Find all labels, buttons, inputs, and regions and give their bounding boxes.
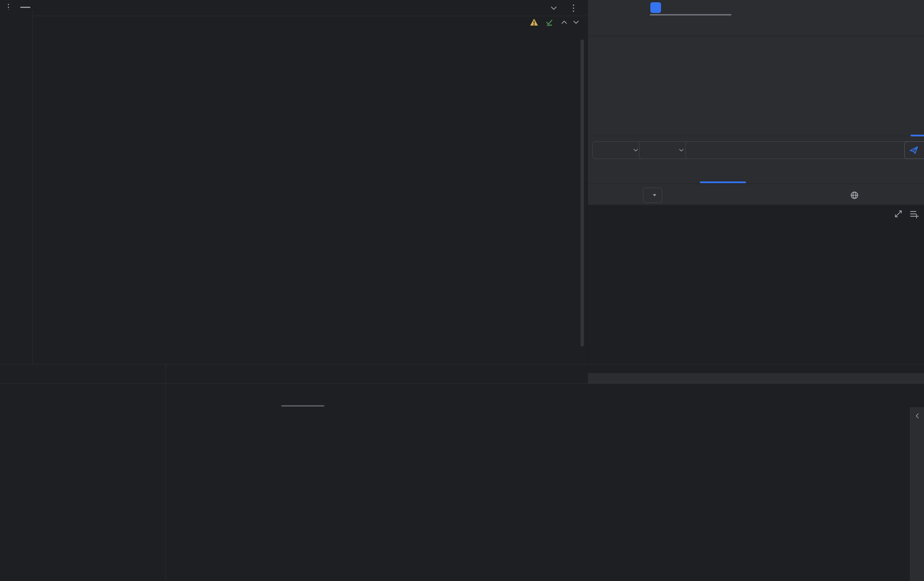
response-status [850, 190, 868, 200]
url-input-wrap [685, 141, 909, 159]
divider [0, 364, 924, 364]
inspection-widget[interactable] [529, 17, 581, 27]
check-icon [544, 17, 554, 27]
globe-icon [850, 190, 859, 200]
response-viewer[interactable] [588, 205, 924, 373]
collapse-strip-icon[interactable] [913, 412, 921, 420]
tab-options-kebab-icon[interactable] [569, 3, 578, 13]
code-editor[interactable] [32, 16, 587, 364]
divider[interactable] [165, 364, 166, 581]
progress-bar-fragment [911, 135, 924, 136]
prev-issue-icon[interactable] [560, 18, 569, 27]
active-tab-underline [700, 182, 746, 183]
editor-scrollbar[interactable] [581, 40, 584, 347]
console-output[interactable] [169, 409, 924, 581]
editor-tab-bar [0, 0, 587, 16]
right-tool-strip [910, 407, 924, 581]
console-tab-underline [281, 405, 324, 407]
divider [0, 383, 924, 384]
triangle-down-icon [652, 192, 657, 198]
method-select[interactable] [639, 141, 689, 159]
environment-select[interactable] [592, 141, 644, 159]
response-overlay-icons [894, 209, 924, 218]
chevron-down-icon [632, 147, 639, 154]
ide-window [0, 0, 924, 581]
next-issue-icon[interactable] [571, 18, 581, 27]
window-minimize-icon[interactable] [20, 7, 30, 8]
project-tab-underline [650, 14, 731, 15]
add-lines-icon[interactable] [909, 209, 919, 218]
project-badge [650, 2, 661, 13]
warning-icon [529, 17, 539, 27]
restfulbox-panel [587, 0, 924, 384]
chevron-down-icon [678, 147, 685, 154]
send-button[interactable] [904, 141, 924, 159]
project-tree-strip [0, 10, 32, 364]
url-input[interactable] [691, 146, 904, 155]
send-plane-icon [909, 146, 919, 155]
format-select[interactable] [643, 188, 662, 203]
hidden-tabs-chevron-icon[interactable] [549, 3, 559, 13]
expand-diagonal-icon[interactable] [894, 209, 903, 218]
restfulbox-header [588, 0, 924, 16]
